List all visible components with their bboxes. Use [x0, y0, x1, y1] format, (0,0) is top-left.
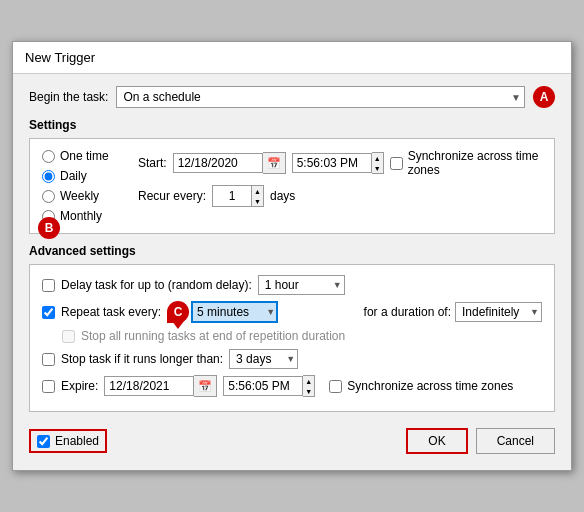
repeat-select[interactable]: 5 minutes 10 minutes 15 minutes 30 minut…: [191, 301, 278, 323]
expire-time-input[interactable]: [223, 376, 303, 396]
expire-label: Expire:: [61, 379, 98, 393]
enabled-label: Enabled: [55, 434, 99, 448]
expire-calendar-button[interactable]: 📅: [194, 375, 217, 397]
daily-label: Daily: [60, 169, 87, 183]
delay-task-checkbox[interactable]: [42, 279, 55, 292]
sync-tz-label: Synchronize across time zones: [408, 149, 542, 177]
begin-task-select[interactable]: On a schedule At log on At startup On id…: [116, 86, 525, 108]
one-time-label: One time: [60, 149, 109, 163]
enabled-checkbox[interactable]: [37, 435, 50, 448]
stop-if-select[interactable]: 3 days 1 hour 2 hours 4 hours 1 day: [229, 349, 298, 369]
new-trigger-dialog: New Trigger Begin the task: On a schedul…: [12, 41, 572, 471]
time-up-button[interactable]: ▲: [372, 153, 383, 163]
stop-if-checkbox[interactable]: [42, 353, 55, 366]
expire-sync-tz-checkbox[interactable]: [329, 380, 342, 393]
recur-value-input[interactable]: [212, 185, 252, 207]
start-time-input[interactable]: [292, 153, 372, 173]
dialog-title: New Trigger: [25, 50, 95, 65]
stop-running-label: Stop all running tasks at end of repetit…: [81, 329, 345, 343]
delay-select[interactable]: 1 hour 30 minutes 2 hours: [258, 275, 345, 295]
repeat-task-checkbox[interactable]: [42, 306, 55, 319]
recur-up-button[interactable]: ▲: [252, 186, 263, 196]
calendar-button[interactable]: 📅: [263, 152, 286, 174]
sync-tz-checkbox[interactable]: [390, 157, 403, 170]
expire-date-input[interactable]: [104, 376, 194, 396]
badge-c: C: [167, 301, 189, 323]
settings-section-label: Settings: [29, 118, 555, 132]
one-time-radio[interactable]: [42, 150, 55, 163]
expire-sync-tz-label: Synchronize across time zones: [347, 379, 513, 393]
recur-unit: days: [270, 189, 295, 203]
stop-running-checkbox[interactable]: [62, 330, 75, 343]
expire-time-up-button[interactable]: ▲: [303, 376, 314, 386]
repeat-task-label: Repeat task every:: [61, 305, 161, 319]
start-date-input[interactable]: [173, 153, 263, 173]
weekly-label: Weekly: [60, 189, 99, 203]
start-label: Start:: [138, 156, 167, 170]
advanced-section-label: Advanced settings: [29, 244, 555, 258]
weekly-radio[interactable]: [42, 190, 55, 203]
cancel-button[interactable]: Cancel: [476, 428, 555, 454]
time-down-button[interactable]: ▼: [372, 163, 383, 173]
duration-select[interactable]: Indefinitely 15 minutes 30 minutes 1 hou…: [455, 302, 542, 322]
expire-time-down-button[interactable]: ▼: [303, 386, 314, 396]
monthly-label: Monthly: [60, 209, 102, 223]
repeat-select-wrapper: C 5 minutes 10 minutes 15 minutes 30 min…: [167, 301, 278, 323]
stop-if-label: Stop task if it runs longer than:: [61, 352, 223, 366]
ok-button[interactable]: OK: [406, 428, 467, 454]
recur-down-button[interactable]: ▼: [252, 196, 263, 206]
badge-b: B: [38, 217, 60, 239]
recur-label: Recur every:: [138, 189, 206, 203]
title-bar: New Trigger: [13, 42, 571, 74]
delay-task-label: Delay task for up to (random delay):: [61, 278, 252, 292]
expire-checkbox[interactable]: [42, 380, 55, 393]
for-duration-label: for a duration of:: [364, 305, 451, 319]
daily-radio[interactable]: [42, 170, 55, 183]
badge-a: A: [533, 86, 555, 108]
begin-task-label: Begin the task:: [29, 90, 108, 104]
enabled-wrapper: Enabled: [29, 429, 107, 453]
